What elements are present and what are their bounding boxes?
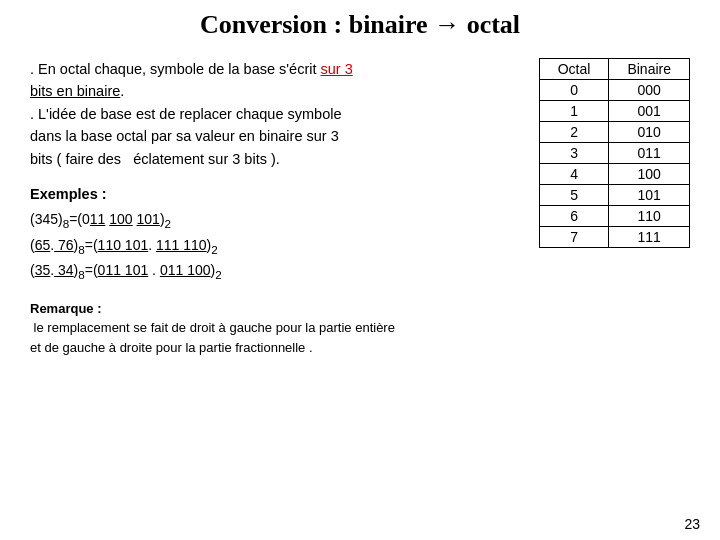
page-container: Conversion : binaire → octal . En octal … — [0, 0, 720, 540]
cell-octal: 3 — [539, 143, 609, 164]
right-content: Octal Binaire 00001001201030114100510161… — [539, 58, 690, 357]
intro-line3: . L'idée de base est de replacer chaque … — [30, 106, 342, 122]
cell-binaire: 011 — [609, 143, 690, 164]
remark-section: Remarque : le remplacement se fait de dr… — [30, 299, 519, 358]
examples-section: Exemples : (345)8=(011 100 101)2 (65. 76… — [30, 186, 519, 284]
cell-octal: 1 — [539, 101, 609, 122]
table-row: 4100 — [539, 164, 689, 185]
table-row: 3011 — [539, 143, 689, 164]
intro-line5: bits ( faire des éclatement sur 3 bits )… — [30, 151, 280, 167]
intro-line2: bits en binaire. — [30, 83, 124, 99]
table-row: 2010 — [539, 122, 689, 143]
table-row: 1001 — [539, 101, 689, 122]
cell-octal: 7 — [539, 227, 609, 248]
left-content: . En octal chaque, symbole de la base s'… — [30, 58, 519, 357]
cell-binaire: 000 — [609, 80, 690, 101]
cell-octal: 4 — [539, 164, 609, 185]
cell-binaire: 001 — [609, 101, 690, 122]
cell-binaire: 100 — [609, 164, 690, 185]
highlight-sur3: sur 3 — [321, 61, 353, 77]
intro-line1: . En octal chaque, symbole de la base s'… — [30, 61, 353, 77]
remark-title: Remarque : — [30, 301, 102, 316]
table-row: 7111 — [539, 227, 689, 248]
cell-octal: 0 — [539, 80, 609, 101]
example-line-3: (35. 34)8=(011 101 . 011 100)2 — [30, 259, 519, 284]
intro-text: . En octal chaque, symbole de la base s'… — [30, 58, 519, 170]
cell-binaire: 101 — [609, 185, 690, 206]
intro-line4: dans la base octal par sa valeur en bina… — [30, 128, 339, 144]
remark-line1: le remplacement se fait de droit à gauch… — [30, 320, 395, 335]
examples-title: Exemples : — [30, 186, 519, 202]
remark-line2: et de gauche à droite pour la partie fra… — [30, 340, 313, 355]
cell-binaire: 110 — [609, 206, 690, 227]
cell-octal: 2 — [539, 122, 609, 143]
content-area: . En octal chaque, symbole de la base s'… — [30, 58, 690, 357]
example-line-1: (345)8=(011 100 101)2 — [30, 208, 519, 233]
page-number: 23 — [684, 516, 700, 532]
cell-binaire: 010 — [609, 122, 690, 143]
octal-table: Octal Binaire 00001001201030114100510161… — [539, 58, 690, 248]
page-title: Conversion : binaire → octal — [30, 10, 690, 40]
table-row: 0000 — [539, 80, 689, 101]
underline-bits: bits en binaire — [30, 83, 120, 99]
cell-octal: 6 — [539, 206, 609, 227]
table-row: 6110 — [539, 206, 689, 227]
cell-binaire: 111 — [609, 227, 690, 248]
cell-octal: 5 — [539, 185, 609, 206]
table-row: 5101 — [539, 185, 689, 206]
col-header-octal: Octal — [539, 59, 609, 80]
example-line-2: (65. 76)8=(110 101. 111 110)2 — [30, 234, 519, 259]
col-header-binaire: Binaire — [609, 59, 690, 80]
